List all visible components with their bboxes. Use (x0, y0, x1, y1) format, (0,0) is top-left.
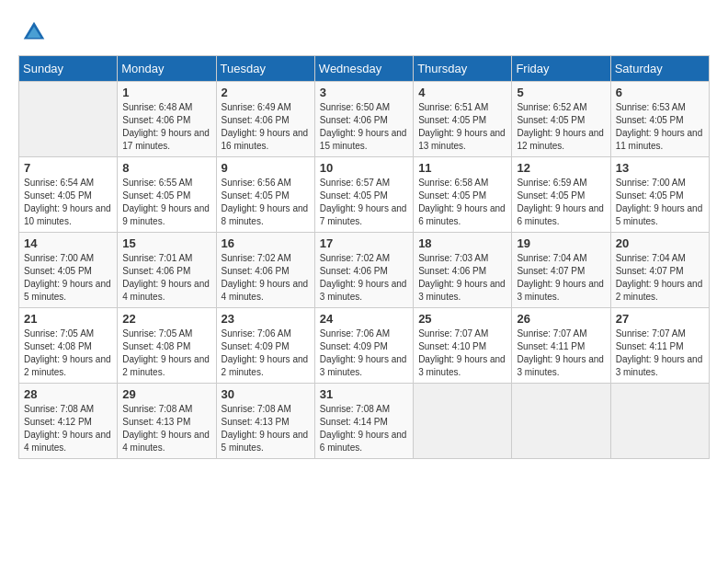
day-number: 24 (320, 312, 408, 326)
day-number: 19 (517, 236, 605, 250)
day-info: Sunrise: 7:07 AMSunset: 4:11 PMDaylight:… (616, 327, 704, 379)
day-info: Sunrise: 6:54 AMSunset: 4:05 PMDaylight:… (24, 177, 112, 228)
week-row-3: 14Sunrise: 7:00 AMSunset: 4:05 PMDayligh… (19, 233, 710, 308)
day-number: 16 (222, 236, 310, 250)
day-number: 20 (616, 236, 704, 250)
day-number: 23 (222, 312, 310, 326)
calendar-header: Sunday Monday Tuesday Wednesday Thursday… (19, 56, 710, 82)
day-info: Sunrise: 6:49 AMSunset: 4:06 PMDaylight:… (222, 101, 310, 153)
day-info: Sunrise: 6:51 AMSunset: 4:05 PMDaylight:… (418, 101, 506, 153)
day-number: 7 (24, 161, 112, 175)
day-info: Sunrise: 7:02 AMSunset: 4:06 PMDaylight:… (222, 252, 310, 304)
day-number: 29 (122, 387, 210, 401)
day-cell: 11Sunrise: 6:58 AMSunset: 4:05 PMDayligh… (414, 157, 512, 233)
day-number: 1 (122, 86, 210, 99)
day-info: Sunrise: 6:55 AMSunset: 4:05 PMDaylight:… (122, 177, 210, 228)
day-cell: 2Sunrise: 6:49 AMSunset: 4:06 PMDaylight… (216, 82, 314, 157)
day-number: 12 (517, 161, 605, 175)
day-cell (512, 384, 610, 459)
day-number: 31 (320, 387, 408, 401)
day-number: 26 (517, 312, 605, 326)
day-number: 8 (122, 161, 210, 175)
day-cell: 22Sunrise: 7:05 AMSunset: 4:08 PMDayligh… (118, 308, 216, 384)
day-info: Sunrise: 6:57 AMSunset: 4:05 PMDaylight:… (320, 177, 408, 228)
calendar-body: 1Sunrise: 6:48 AMSunset: 4:06 PMDaylight… (19, 82, 710, 459)
day-cell: 18Sunrise: 7:03 AMSunset: 4:06 PMDayligh… (414, 233, 512, 308)
day-number: 17 (320, 236, 408, 250)
day-info: Sunrise: 7:08 AMSunset: 4:14 PMDaylight:… (320, 403, 408, 454)
day-cell: 20Sunrise: 7:04 AMSunset: 4:07 PMDayligh… (610, 233, 709, 308)
day-number: 4 (418, 86, 506, 99)
day-info: Sunrise: 6:48 AMSunset: 4:06 PMDaylight:… (122, 101, 210, 153)
day-number: 3 (320, 86, 408, 99)
day-cell: 26Sunrise: 7:07 AMSunset: 4:11 PMDayligh… (512, 308, 610, 384)
day-info: Sunrise: 7:08 AMSunset: 4:13 PMDaylight:… (122, 403, 210, 454)
day-cell (19, 82, 118, 157)
day-info: Sunrise: 7:05 AMSunset: 4:08 PMDaylight:… (122, 327, 210, 379)
day-cell (414, 384, 512, 459)
day-cell: 12Sunrise: 6:59 AMSunset: 4:05 PMDayligh… (512, 157, 610, 233)
day-cell: 13Sunrise: 7:00 AMSunset: 4:05 PMDayligh… (610, 157, 709, 233)
day-info: Sunrise: 7:00 AMSunset: 4:05 PMDaylight:… (616, 177, 704, 228)
header-tuesday: Tuesday (216, 56, 314, 82)
day-cell: 31Sunrise: 7:08 AMSunset: 4:14 PMDayligh… (314, 384, 413, 459)
day-info: Sunrise: 7:08 AMSunset: 4:12 PMDaylight:… (24, 403, 112, 454)
day-info: Sunrise: 7:07 AMSunset: 4:10 PMDaylight:… (418, 327, 506, 379)
day-cell: 28Sunrise: 7:08 AMSunset: 4:12 PMDayligh… (19, 384, 118, 459)
day-number: 18 (418, 236, 506, 250)
day-info: Sunrise: 7:05 AMSunset: 4:08 PMDaylight:… (24, 327, 112, 379)
day-number: 21 (24, 312, 112, 326)
day-info: Sunrise: 6:59 AMSunset: 4:05 PMDaylight:… (517, 177, 605, 228)
header-monday: Monday (118, 56, 216, 82)
header-row: Sunday Monday Tuesday Wednesday Thursday… (19, 56, 710, 82)
day-number: 13 (616, 161, 704, 175)
day-info: Sunrise: 7:01 AMSunset: 4:06 PMDaylight:… (122, 252, 210, 304)
week-row-5: 28Sunrise: 7:08 AMSunset: 4:12 PMDayligh… (19, 384, 710, 459)
day-info: Sunrise: 7:06 AMSunset: 4:09 PMDaylight:… (320, 327, 408, 379)
day-number: 15 (122, 236, 210, 250)
day-cell: 1Sunrise: 6:48 AMSunset: 4:06 PMDaylight… (118, 82, 216, 157)
page-header (18, 18, 710, 46)
day-number: 22 (122, 312, 210, 326)
header-thursday: Thursday (414, 56, 512, 82)
day-cell: 24Sunrise: 7:06 AMSunset: 4:09 PMDayligh… (314, 308, 413, 384)
day-cell: 6Sunrise: 6:53 AMSunset: 4:05 PMDaylight… (610, 82, 709, 157)
day-info: Sunrise: 7:07 AMSunset: 4:11 PMDaylight:… (517, 327, 605, 379)
day-info: Sunrise: 7:04 AMSunset: 4:07 PMDaylight:… (517, 252, 605, 304)
header-sunday: Sunday (19, 56, 118, 82)
day-info: Sunrise: 7:03 AMSunset: 4:06 PMDaylight:… (418, 252, 506, 304)
day-cell: 29Sunrise: 7:08 AMSunset: 4:13 PMDayligh… (118, 384, 216, 459)
day-info: Sunrise: 6:56 AMSunset: 4:05 PMDaylight:… (222, 177, 310, 228)
day-info: Sunrise: 6:58 AMSunset: 4:05 PMDaylight:… (418, 177, 506, 228)
calendar-table: Sunday Monday Tuesday Wednesday Thursday… (18, 55, 710, 459)
header-saturday: Saturday (610, 56, 709, 82)
day-info: Sunrise: 7:08 AMSunset: 4:13 PMDaylight:… (222, 403, 310, 454)
day-info: Sunrise: 6:52 AMSunset: 4:05 PMDaylight:… (517, 101, 605, 153)
day-number: 6 (616, 86, 704, 99)
day-cell: 8Sunrise: 6:55 AMSunset: 4:05 PMDaylight… (118, 157, 216, 233)
day-info: Sunrise: 7:00 AMSunset: 4:05 PMDaylight:… (24, 252, 112, 304)
day-info: Sunrise: 7:02 AMSunset: 4:06 PMDaylight:… (320, 252, 408, 304)
day-number: 10 (320, 161, 408, 175)
day-cell: 16Sunrise: 7:02 AMSunset: 4:06 PMDayligh… (216, 233, 314, 308)
header-friday: Friday (512, 56, 610, 82)
day-number: 14 (24, 236, 112, 250)
header-wednesday: Wednesday (314, 56, 413, 82)
day-cell: 25Sunrise: 7:07 AMSunset: 4:10 PMDayligh… (414, 308, 512, 384)
day-cell: 3Sunrise: 6:50 AMSunset: 4:06 PMDaylight… (314, 82, 413, 157)
week-row-4: 21Sunrise: 7:05 AMSunset: 4:08 PMDayligh… (19, 308, 710, 384)
day-cell: 5Sunrise: 6:52 AMSunset: 4:05 PMDaylight… (512, 82, 610, 157)
logo-icon (20, 18, 48, 46)
day-number: 9 (222, 161, 310, 175)
day-info: Sunrise: 7:04 AMSunset: 4:07 PMDaylight:… (616, 252, 704, 304)
day-cell: 15Sunrise: 7:01 AMSunset: 4:06 PMDayligh… (118, 233, 216, 308)
day-cell: 27Sunrise: 7:07 AMSunset: 4:11 PMDayligh… (610, 308, 709, 384)
day-number: 2 (222, 86, 310, 99)
day-cell: 10Sunrise: 6:57 AMSunset: 4:05 PMDayligh… (314, 157, 413, 233)
day-cell: 14Sunrise: 7:00 AMSunset: 4:05 PMDayligh… (19, 233, 118, 308)
day-cell: 4Sunrise: 6:51 AMSunset: 4:05 PMDaylight… (414, 82, 512, 157)
day-number: 11 (418, 161, 506, 175)
day-cell: 21Sunrise: 7:05 AMSunset: 4:08 PMDayligh… (19, 308, 118, 384)
day-info: Sunrise: 6:50 AMSunset: 4:06 PMDaylight:… (320, 101, 408, 153)
day-info: Sunrise: 7:06 AMSunset: 4:09 PMDaylight:… (222, 327, 310, 379)
